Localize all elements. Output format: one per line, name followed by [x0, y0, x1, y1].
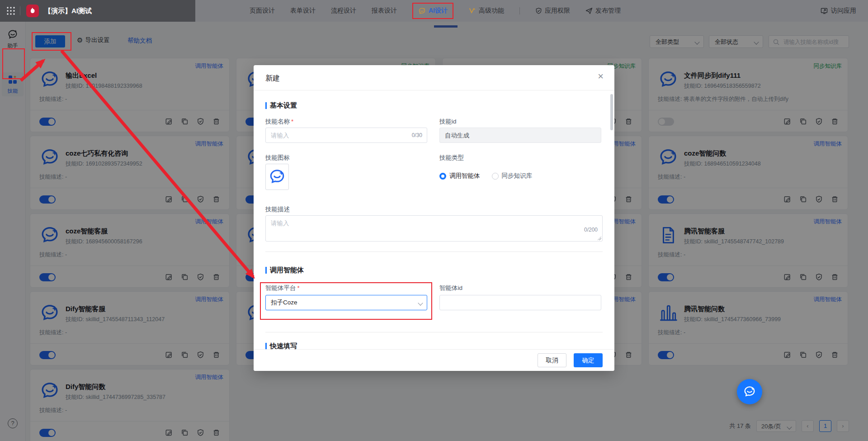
- agent-platform-label: 智能体平台*: [265, 284, 300, 292]
- cancel-button[interactable]: 取消: [538, 353, 566, 367]
- skill-desc-input[interactable]: [266, 216, 602, 241]
- app-title: 【演示】AI测试: [44, 0, 92, 22]
- main-nav: 页面设计 表单设计 流程设计 报表设计 AI设计 高级功能 应用权限 发布管理: [250, 0, 621, 22]
- skill-name-input[interactable]: [266, 128, 427, 142]
- skill-id-field: 自动生成: [439, 128, 601, 143]
- confirm-button[interactable]: 确定: [574, 353, 603, 367]
- tab-flow-design[interactable]: 流程设计: [331, 7, 356, 15]
- close-icon[interactable]: ×: [598, 71, 604, 81]
- nav-divider: [519, 7, 520, 14]
- skill-desc-label: 技能描述: [265, 205, 290, 213]
- resize-handle[interactable]: [597, 236, 601, 240]
- radio-unselected-icon: [492, 173, 499, 180]
- tab-permissions[interactable]: 应用权限: [535, 7, 570, 15]
- skill-id-value: 自动生成: [445, 132, 469, 140]
- modal-scrollbar[interactable]: [610, 94, 613, 130]
- modal-header-divider: [254, 90, 614, 90]
- skill-icon-picker[interactable]: [265, 164, 289, 190]
- ai-bot-icon: [418, 7, 426, 15]
- advanced-icon: [469, 7, 476, 14]
- agent-id-label: 智能体id: [439, 284, 462, 292]
- modal-footer: 取消 确定: [254, 349, 614, 371]
- access-app-button[interactable]: 访问应用: [821, 0, 856, 22]
- shield-check-icon: [535, 7, 542, 14]
- agent-id-field: [439, 295, 601, 310]
- monitor-arrow-icon: [821, 7, 828, 14]
- agent-platform-select[interactable]: 扣子Coze: [265, 295, 427, 310]
- tab-ai-design[interactable]: AI设计: [418, 7, 448, 15]
- tab-page-design[interactable]: 页面设计: [250, 7, 275, 15]
- radio-selected-icon: [439, 173, 446, 180]
- tab-advanced[interactable]: 高级功能: [469, 7, 504, 15]
- char-counter: 0/200: [584, 227, 598, 233]
- skill-type-label: 技能类型: [439, 154, 464, 162]
- chat-bot-icon: [743, 385, 756, 398]
- skill-id-label: 技能id: [439, 118, 457, 126]
- skill-icon-label: 技能图标: [265, 154, 290, 162]
- tab-form-design[interactable]: 表单设计: [290, 7, 316, 15]
- floating-assistant-button[interactable]: [737, 379, 762, 404]
- new-skill-modal: 新建 × 基本设置 技能名称* 0/30 技能id 自动生成 技能图标 技能类型…: [254, 65, 614, 371]
- annotation-box-ai-tab: AI设计: [412, 3, 453, 19]
- tab-report-design[interactable]: 报表设计: [372, 7, 397, 15]
- app-menu-icon[interactable]: [6, 6, 15, 15]
- paper-plane-icon: [585, 7, 593, 14]
- char-counter: 0/30: [412, 132, 422, 138]
- modal-divider: [265, 251, 603, 252]
- radio-call-agent[interactable]: 调用智能体: [439, 172, 480, 180]
- radio-sync-knowledge[interactable]: 同步知识库: [492, 172, 533, 180]
- skill-name-field: 0/30: [265, 128, 427, 143]
- top-header: 【演示】AI测试 页面设计 表单设计 流程设计 报表设计 AI设计 高级功能 应…: [0, 0, 868, 22]
- chat-bot-icon: [268, 168, 286, 186]
- skill-name-label: 技能名称*: [265, 118, 293, 126]
- section-call-agent: 调用智能体: [265, 266, 304, 275]
- chevron-down-icon: [418, 300, 423, 305]
- app-logo: [26, 5, 39, 17]
- modal-title: 新建: [265, 74, 280, 83]
- skill-desc-field: 0/200: [265, 215, 603, 242]
- tab-publish[interactable]: 发布管理: [585, 7, 621, 15]
- agent-id-input[interactable]: [440, 295, 601, 310]
- header-divider: [20, 6, 20, 15]
- skill-type-radios: 调用智能体 同步知识库: [439, 172, 532, 180]
- modal-divider: [265, 332, 603, 332]
- section-basic-settings: 基本设置: [265, 101, 297, 110]
